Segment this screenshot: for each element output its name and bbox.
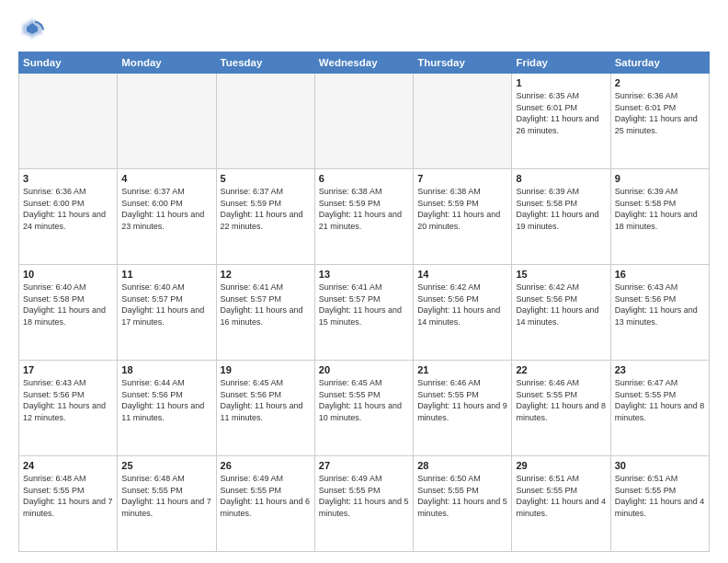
day-info: Sunrise: 6:42 AM Sunset: 5:56 PM Dayligh… bbox=[417, 282, 507, 327]
day-info: Sunrise: 6:45 AM Sunset: 5:55 PM Dayligh… bbox=[319, 377, 409, 423]
day-info: Sunrise: 6:37 AM Sunset: 6:00 PM Dayligh… bbox=[121, 186, 211, 232]
calendar-day-cell: 16Sunrise: 6:43 AM Sunset: 5:56 PM Dayli… bbox=[610, 265, 709, 361]
calendar-day-cell: 2Sunrise: 6:36 AM Sunset: 6:01 PM Daylig… bbox=[610, 74, 709, 169]
calendar-week-row: 10Sunrise: 6:40 AM Sunset: 5:58 PM Dayli… bbox=[19, 265, 710, 361]
logo-icon bbox=[18, 15, 46, 42]
calendar-day-cell: 5Sunrise: 6:37 AM Sunset: 5:59 PM Daylig… bbox=[216, 169, 314, 265]
day-number: 18 bbox=[121, 364, 211, 375]
day-info: Sunrise: 6:51 AM Sunset: 5:55 PM Dayligh… bbox=[516, 473, 606, 519]
calendar-day-cell: 28Sunrise: 6:50 AM Sunset: 5:55 PM Dayli… bbox=[414, 456, 512, 552]
day-info: Sunrise: 6:36 AM Sunset: 6:01 PM Dayligh… bbox=[615, 90, 705, 136]
calendar-day-cell: 12Sunrise: 6:41 AM Sunset: 5:57 PM Dayli… bbox=[216, 265, 314, 361]
calendar-day-cell bbox=[314, 74, 413, 169]
calendar-day-cell: 22Sunrise: 6:46 AM Sunset: 5:55 PM Dayli… bbox=[512, 361, 610, 456]
calendar-day-cell: 27Sunrise: 6:49 AM Sunset: 5:55 PM Dayli… bbox=[314, 456, 413, 552]
day-info: Sunrise: 6:44 AM Sunset: 5:56 PM Dayligh… bbox=[121, 377, 211, 423]
header bbox=[18, 15, 710, 42]
calendar-day-cell: 20Sunrise: 6:45 AM Sunset: 5:55 PM Dayli… bbox=[314, 361, 413, 456]
page: SundayMondayTuesdayWednesdayThursdayFrid… bbox=[0, 0, 728, 563]
calendar-day-cell: 18Sunrise: 6:44 AM Sunset: 5:56 PM Dayli… bbox=[118, 361, 216, 456]
day-number: 16 bbox=[615, 269, 705, 280]
day-number: 4 bbox=[121, 173, 211, 184]
day-info: Sunrise: 6:40 AM Sunset: 5:57 PM Dayligh… bbox=[121, 282, 211, 327]
calendar-table: SundayMondayTuesdayWednesdayThursdayFrid… bbox=[18, 52, 710, 552]
calendar-day-cell: 29Sunrise: 6:51 AM Sunset: 5:55 PM Dayli… bbox=[512, 456, 610, 552]
day-info: Sunrise: 6:48 AM Sunset: 5:55 PM Dayligh… bbox=[121, 473, 211, 519]
calendar-day-cell bbox=[19, 74, 118, 169]
day-of-week-header: Saturday bbox=[610, 52, 709, 74]
day-number: 13 bbox=[319, 269, 409, 280]
day-info: Sunrise: 6:40 AM Sunset: 5:58 PM Dayligh… bbox=[23, 282, 113, 327]
day-number: 8 bbox=[516, 173, 606, 184]
day-info: Sunrise: 6:47 AM Sunset: 5:55 PM Dayligh… bbox=[615, 377, 705, 423]
day-info: Sunrise: 6:43 AM Sunset: 5:56 PM Dayligh… bbox=[615, 282, 705, 327]
day-number: 28 bbox=[417, 460, 507, 471]
day-info: Sunrise: 6:35 AM Sunset: 6:01 PM Dayligh… bbox=[516, 90, 606, 136]
day-number: 2 bbox=[615, 77, 705, 88]
day-number: 22 bbox=[516, 364, 606, 375]
day-number: 5 bbox=[221, 173, 311, 184]
calendar-day-cell: 19Sunrise: 6:45 AM Sunset: 5:56 PM Dayli… bbox=[216, 361, 314, 456]
day-number: 29 bbox=[516, 460, 606, 471]
day-number: 26 bbox=[221, 460, 311, 471]
calendar-day-cell: 14Sunrise: 6:42 AM Sunset: 5:56 PM Dayli… bbox=[414, 265, 512, 361]
day-info: Sunrise: 6:41 AM Sunset: 5:57 PM Dayligh… bbox=[319, 282, 409, 327]
calendar-header-row: SundayMondayTuesdayWednesdayThursdayFrid… bbox=[19, 52, 710, 74]
calendar-day-cell: 15Sunrise: 6:42 AM Sunset: 5:56 PM Dayli… bbox=[512, 265, 610, 361]
day-of-week-header: Sunday bbox=[19, 52, 118, 74]
day-info: Sunrise: 6:39 AM Sunset: 5:58 PM Dayligh… bbox=[516, 186, 606, 232]
day-of-week-header: Thursday bbox=[414, 52, 512, 74]
day-number: 1 bbox=[516, 77, 606, 88]
calendar-day-cell: 24Sunrise: 6:48 AM Sunset: 5:55 PM Dayli… bbox=[19, 456, 118, 552]
day-info: Sunrise: 6:38 AM Sunset: 5:59 PM Dayligh… bbox=[417, 186, 507, 232]
calendar-day-cell: 6Sunrise: 6:38 AM Sunset: 5:59 PM Daylig… bbox=[314, 169, 413, 265]
day-number: 3 bbox=[23, 173, 113, 184]
calendar-day-cell: 4Sunrise: 6:37 AM Sunset: 6:00 PM Daylig… bbox=[118, 169, 216, 265]
logo bbox=[18, 15, 50, 42]
calendar-day-cell: 1Sunrise: 6:35 AM Sunset: 6:01 PM Daylig… bbox=[512, 74, 610, 169]
day-number: 21 bbox=[417, 364, 507, 375]
day-number: 10 bbox=[23, 269, 113, 280]
day-of-week-header: Friday bbox=[512, 52, 610, 74]
day-number: 9 bbox=[615, 173, 705, 184]
day-number: 17 bbox=[23, 364, 113, 375]
day-info: Sunrise: 6:45 AM Sunset: 5:56 PM Dayligh… bbox=[221, 377, 311, 423]
calendar-day-cell bbox=[118, 74, 216, 169]
day-number: 6 bbox=[319, 173, 409, 184]
day-of-week-header: Monday bbox=[118, 52, 216, 74]
day-info: Sunrise: 6:36 AM Sunset: 6:00 PM Dayligh… bbox=[23, 186, 113, 232]
calendar-week-row: 17Sunrise: 6:43 AM Sunset: 5:56 PM Dayli… bbox=[19, 361, 710, 456]
calendar-day-cell: 10Sunrise: 6:40 AM Sunset: 5:58 PM Dayli… bbox=[19, 265, 118, 361]
day-number: 7 bbox=[417, 173, 507, 184]
day-number: 20 bbox=[319, 364, 409, 375]
calendar-week-row: 3Sunrise: 6:36 AM Sunset: 6:00 PM Daylig… bbox=[19, 169, 710, 265]
day-number: 24 bbox=[23, 460, 113, 471]
day-info: Sunrise: 6:38 AM Sunset: 5:59 PM Dayligh… bbox=[319, 186, 409, 232]
calendar-day-cell: 21Sunrise: 6:46 AM Sunset: 5:55 PM Dayli… bbox=[414, 361, 512, 456]
day-info: Sunrise: 6:46 AM Sunset: 5:55 PM Dayligh… bbox=[516, 377, 606, 423]
calendar-day-cell: 13Sunrise: 6:41 AM Sunset: 5:57 PM Dayli… bbox=[314, 265, 413, 361]
calendar-day-cell: 26Sunrise: 6:49 AM Sunset: 5:55 PM Dayli… bbox=[216, 456, 314, 552]
day-info: Sunrise: 6:48 AM Sunset: 5:55 PM Dayligh… bbox=[23, 473, 113, 519]
calendar-day-cell: 17Sunrise: 6:43 AM Sunset: 5:56 PM Dayli… bbox=[19, 361, 118, 456]
day-info: Sunrise: 6:43 AM Sunset: 5:56 PM Dayligh… bbox=[23, 377, 113, 423]
day-number: 27 bbox=[319, 460, 409, 471]
day-number: 11 bbox=[121, 269, 211, 280]
day-number: 14 bbox=[417, 269, 507, 280]
calendar-day-cell: 9Sunrise: 6:39 AM Sunset: 5:58 PM Daylig… bbox=[610, 169, 709, 265]
day-number: 23 bbox=[615, 364, 705, 375]
day-info: Sunrise: 6:49 AM Sunset: 5:55 PM Dayligh… bbox=[319, 473, 409, 519]
calendar-day-cell: 7Sunrise: 6:38 AM Sunset: 5:59 PM Daylig… bbox=[414, 169, 512, 265]
day-info: Sunrise: 6:37 AM Sunset: 5:59 PM Dayligh… bbox=[221, 186, 311, 232]
calendar-day-cell bbox=[414, 74, 512, 169]
day-info: Sunrise: 6:51 AM Sunset: 5:55 PM Dayligh… bbox=[615, 473, 705, 519]
day-info: Sunrise: 6:50 AM Sunset: 5:55 PM Dayligh… bbox=[417, 473, 507, 519]
day-number: 12 bbox=[221, 269, 311, 280]
day-of-week-header: Wednesday bbox=[314, 52, 413, 74]
day-number: 25 bbox=[121, 460, 211, 471]
calendar-day-cell: 8Sunrise: 6:39 AM Sunset: 5:58 PM Daylig… bbox=[512, 169, 610, 265]
calendar-day-cell bbox=[216, 74, 314, 169]
day-number: 15 bbox=[516, 269, 606, 280]
calendar-day-cell: 11Sunrise: 6:40 AM Sunset: 5:57 PM Dayli… bbox=[118, 265, 216, 361]
day-of-week-header: Tuesday bbox=[216, 52, 314, 74]
